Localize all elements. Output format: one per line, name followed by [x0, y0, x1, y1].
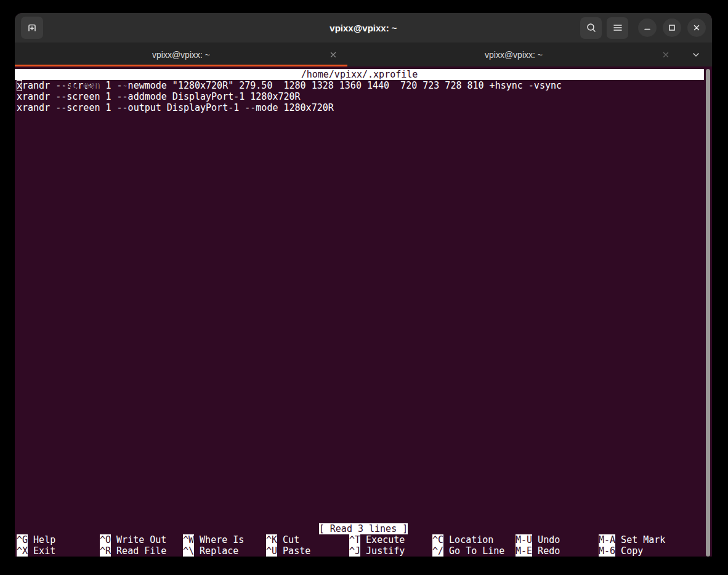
new-tab-icon: [26, 22, 38, 33]
shortcut-key: ^\: [183, 545, 194, 557]
shortcut-label: Undo: [532, 534, 560, 545]
nano-status-message: [ Read 3 lines ]: [319, 523, 408, 534]
nano-shortcut: ^U Paste: [266, 545, 349, 557]
shortcut-label: Read File: [111, 545, 166, 557]
shortcut-key: M-A: [599, 534, 615, 545]
titlebar: vpixx@vpixx: ~: [15, 13, 712, 42]
shortcut-key: ^U: [266, 545, 277, 557]
nano-shortcut: M-A Set Mark: [599, 534, 682, 545]
shortcut-key: ^X: [17, 545, 28, 557]
nano-shortcut: ^C Location: [432, 534, 516, 545]
menu-button[interactable]: [607, 17, 628, 39]
nano-shortcut: ^T Execute: [349, 534, 432, 545]
titlebar-actions: [580, 17, 706, 39]
search-icon: [586, 22, 597, 33]
nano-title-bar: GNU nano 6.2 /home/vpixx/.xprofile: [15, 69, 704, 80]
shortcut-key: ^T: [349, 534, 360, 545]
shortcut-label: Paste: [277, 545, 310, 557]
shortcut-label: Justify: [360, 545, 405, 557]
window-controls: [638, 18, 706, 37]
nano-shortcut: ^K Cut: [266, 534, 349, 545]
nano-shortcut: ^W Where Is: [183, 534, 266, 545]
terminal-lines: xrandr --screen 1 --newmode "1280x720R" …: [15, 80, 712, 523]
chevron-down-icon: [691, 50, 701, 60]
tab-2-close-icon[interactable]: [660, 49, 671, 60]
terminal-window: vpixx@vpixx: ~: [15, 13, 712, 557]
shortcut-key: ^O: [100, 534, 111, 545]
shortcut-label: Execute: [360, 534, 405, 545]
minimize-icon: [643, 23, 652, 32]
shortcut-key: ^W: [183, 534, 194, 545]
shortcut-key: M-6: [599, 545, 615, 557]
tab-1-close-icon[interactable]: [328, 49, 339, 60]
shortcut-label: Redo: [532, 545, 560, 557]
nano-version: GNU nano 6.2: [48, 80, 127, 91]
tab-2[interactable]: vpixx@vpixx: ~: [347, 42, 680, 66]
nano-shortcut: ^O Write Out: [100, 534, 183, 545]
search-button[interactable]: [580, 17, 602, 39]
nano-file-path: /home/vpixx/.xprofile: [15, 69, 704, 80]
nano-shortcut: M-6 Copy: [599, 545, 682, 557]
shortcut-key: ^J: [349, 545, 360, 557]
shortcut-key: ^R: [100, 545, 111, 557]
shortcut-key: ^K: [266, 534, 277, 545]
terminal-scrollbar[interactable]: [706, 69, 710, 557]
close-button[interactable]: [687, 18, 706, 37]
minimize-button[interactable]: [638, 18, 657, 37]
shortcut-key: ^G: [17, 534, 28, 545]
terminal-line: xrandr --screen 1 --output DisplayPort-1…: [17, 102, 712, 113]
maximize-button[interactable]: [663, 18, 681, 37]
tab-1[interactable]: vpixx@vpixx: ~: [15, 42, 347, 66]
close-icon: [692, 23, 701, 32]
shortcut-label: Copy: [615, 545, 643, 557]
shortcut-key: ^C: [432, 534, 443, 545]
nano-shortcut: ^R Read File: [100, 545, 183, 557]
nano-shortcut: M-E Redo: [516, 545, 599, 557]
shortcut-label: Exit: [28, 545, 55, 557]
nano-shortcut: M-U Undo: [516, 534, 599, 545]
nano-status-bar: [ Read 3 lines ]: [15, 523, 712, 534]
tab-1-label: vpixx@vpixx: ~: [152, 50, 210, 60]
shortcut-label: Location: [443, 534, 493, 545]
terminal-line: xrandr --screen 1 --addmode DisplayPort-…: [17, 91, 712, 102]
shortcut-key: M-E: [516, 545, 532, 557]
nano-shortcut: ^J Justify: [349, 545, 432, 557]
shortcut-key: ^/: [432, 545, 443, 557]
shortcut-key: M-U: [516, 534, 532, 545]
nano-shortcut: ^/ Go To Line: [432, 545, 516, 557]
shortcut-label: Cut: [277, 534, 299, 545]
shortcut-label: Go To Line: [443, 545, 504, 557]
shortcut-label: Set Mark: [615, 534, 665, 545]
terminal-screen[interactable]: GNU nano 6.2 /home/vpixx/.xprofile xrand…: [15, 66, 712, 557]
nano-shortcuts-row1: ^G Help^O Write Out^W Where Is^K Cut^T E…: [15, 534, 712, 545]
shortcut-label: Write Out: [111, 534, 166, 545]
new-tab-button[interactable]: [21, 17, 43, 39]
shortcut-label: Where Is: [194, 534, 244, 545]
maximize-icon: [668, 23, 676, 32]
hamburger-menu-icon: [612, 22, 623, 33]
nano-shortcut: ^X Exit: [17, 545, 100, 557]
shortcut-label: Replace: [194, 545, 238, 557]
nano-shortcut: ^\ Replace: [183, 545, 266, 557]
tab-list-button[interactable]: [680, 42, 712, 66]
desktop: { "titlebar": { "title": "vpixx@vpixx: ~…: [0, 0, 728, 575]
nano-shortcuts-row2: ^X Exit^R Read File^\ Replace^U Paste^J …: [15, 545, 712, 557]
tab-bar: vpixx@vpixx: ~ vpixx@vpixx: ~: [15, 42, 712, 66]
tab-2-label: vpixx@vpixx: ~: [485, 50, 543, 60]
nano-shortcut: ^G Help: [17, 534, 100, 545]
shortcut-label: Help: [28, 534, 55, 545]
